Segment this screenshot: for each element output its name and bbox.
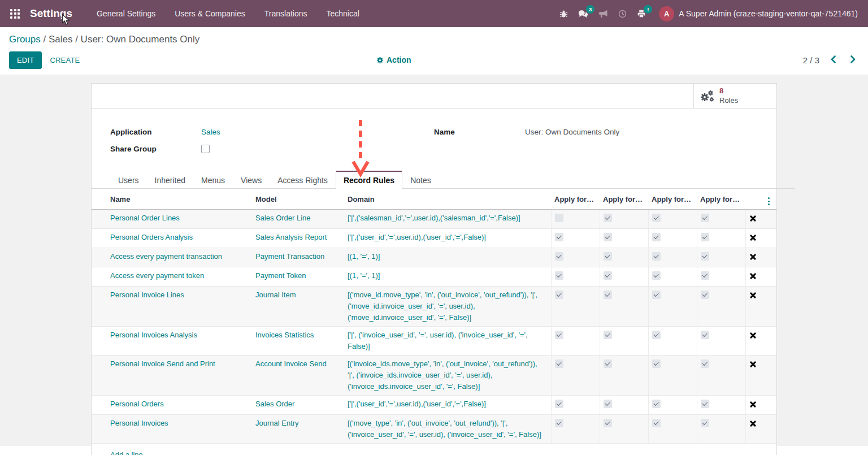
apply-for-checkbox[interactable] bbox=[652, 233, 661, 241]
activities-clock-icon[interactable] bbox=[613, 6, 632, 21]
rule-model-cell[interactable]: Sales Order bbox=[255, 396, 348, 415]
rule-name-cell[interactable]: Personal Invoices bbox=[92, 415, 255, 444]
apply-for-checkbox[interactable] bbox=[652, 214, 661, 222]
rule-domain-cell[interactable]: ['|',('salesman_id','=',user.id),('sales… bbox=[348, 210, 551, 229]
announcement-icon[interactable] bbox=[593, 6, 613, 21]
apply-for-checkbox[interactable] bbox=[701, 271, 709, 280]
rule-name-cell[interactable]: Personal Invoice Send and Print bbox=[92, 356, 255, 396]
record-rule-row[interactable]: Personal Invoices Journal Entry [('move_… bbox=[92, 415, 776, 444]
apply-for-checkbox[interactable] bbox=[652, 331, 661, 339]
apply-for-checkbox[interactable] bbox=[701, 252, 709, 261]
apply-for-checkbox[interactable] bbox=[604, 271, 612, 280]
apply-for-checkbox[interactable] bbox=[652, 271, 661, 280]
apply-for-checkbox[interactable] bbox=[701, 419, 709, 427]
action-button[interactable]: Action bbox=[376, 55, 411, 64]
apply-for-checkbox[interactable] bbox=[652, 252, 661, 261]
rule-model-cell[interactable]: Journal Entry bbox=[255, 415, 348, 444]
apply-for-checkbox[interactable] bbox=[604, 400, 612, 408]
apply-for-checkbox[interactable] bbox=[701, 359, 709, 368]
rule-domain-cell[interactable]: [('move_id.move_type', 'in', ('out_invoi… bbox=[348, 287, 551, 327]
rule-model-cell[interactable]: Payment Token bbox=[255, 267, 348, 287]
rule-domain-cell[interactable]: [(1, '=', 1)] bbox=[348, 267, 551, 287]
tab-inherited[interactable]: Inherited bbox=[147, 171, 193, 189]
apply-for-checkbox[interactable] bbox=[555, 359, 563, 368]
rule-name-cell[interactable]: Personal Invoice Lines bbox=[92, 287, 255, 327]
nav-menu-users-companies[interactable]: Users & Companies bbox=[165, 1, 255, 26]
tab-users[interactable]: Users bbox=[110, 171, 147, 189]
rule-model-cell[interactable]: Sales Order Line bbox=[255, 210, 348, 229]
delete-row-icon[interactable] bbox=[749, 332, 757, 339]
apply-for-checkbox[interactable] bbox=[555, 214, 563, 222]
rule-domain-cell[interactable]: [(1, '=', 1)] bbox=[348, 248, 551, 267]
delete-row-icon[interactable] bbox=[749, 361, 757, 368]
tab-notes[interactable]: Notes bbox=[402, 171, 439, 189]
rule-name-cell[interactable]: Access every payment token bbox=[92, 267, 255, 287]
app-name[interactable]: Settings bbox=[30, 7, 72, 19]
optional-columns-icon[interactable] bbox=[766, 197, 772, 206]
printing-icon[interactable]: ! bbox=[632, 6, 651, 21]
delete-row-icon[interactable] bbox=[749, 401, 757, 408]
tab-record-rules[interactable]: Record Rules bbox=[336, 171, 402, 189]
create-button[interactable]: CREATE bbox=[42, 52, 88, 68]
rule-model-cell[interactable]: Account Invoice Send bbox=[255, 356, 348, 396]
rule-domain-cell[interactable]: [('invoice_ids.move_type', 'in', ('out_i… bbox=[348, 356, 551, 396]
rule-name-cell[interactable]: Access every payment transaction bbox=[92, 248, 255, 267]
rule-name-cell[interactable]: Personal Order Lines bbox=[92, 210, 255, 229]
apply-for-checkbox[interactable] bbox=[701, 291, 709, 299]
pager-value[interactable]: 2 / 3 bbox=[803, 55, 819, 65]
apply-for-checkbox[interactable] bbox=[604, 359, 612, 368]
apply-for-checkbox[interactable] bbox=[604, 233, 612, 241]
tab-access-rights[interactable]: Access Rights bbox=[270, 171, 336, 189]
apply-for-checkbox[interactable] bbox=[604, 419, 612, 427]
rule-model-cell[interactable]: Payment Transaction bbox=[255, 248, 348, 267]
rule-name-cell[interactable]: Personal Orders Analysis bbox=[92, 229, 255, 248]
share-group-checkbox[interactable] bbox=[201, 145, 210, 153]
bug-icon[interactable] bbox=[554, 6, 573, 21]
apply-for-checkbox[interactable] bbox=[652, 291, 661, 299]
apply-for-checkbox[interactable] bbox=[604, 291, 612, 299]
application-value-link[interactable]: Sales bbox=[201, 128, 220, 136]
apply-for-checkbox[interactable] bbox=[652, 419, 661, 427]
apply-for-checkbox[interactable] bbox=[701, 233, 709, 241]
breadcrumb-groups-link[interactable]: Groups bbox=[9, 34, 41, 45]
record-rule-row[interactable]: Personal Orders Analysis Sales Analysis … bbox=[92, 229, 776, 248]
pager-previous-icon[interactable] bbox=[827, 54, 839, 66]
delete-row-icon[interactable] bbox=[749, 272, 757, 280]
apply-for-checkbox[interactable] bbox=[555, 271, 563, 280]
apply-for-checkbox[interactable] bbox=[652, 400, 661, 408]
apply-for-checkbox[interactable] bbox=[555, 252, 563, 261]
nav-menu-general-settings[interactable]: General Settings bbox=[87, 1, 165, 26]
delete-row-icon[interactable] bbox=[749, 292, 757, 299]
messages-icon[interactable]: 3 bbox=[573, 6, 593, 21]
rule-domain-cell[interactable]: ['|',('user_id','=',user.id),('user_id',… bbox=[348, 396, 551, 415]
apply-for-checkbox[interactable] bbox=[652, 359, 661, 368]
tab-menus[interactable]: Menus bbox=[193, 171, 233, 189]
rule-model-cell[interactable]: Invoices Statistics bbox=[255, 327, 348, 356]
record-rule-row[interactable]: Personal Invoices Analysis Invoices Stat… bbox=[92, 327, 776, 356]
apply-for-checkbox[interactable] bbox=[555, 291, 563, 299]
apply-for-checkbox[interactable] bbox=[604, 214, 612, 222]
apps-menu-icon[interactable] bbox=[7, 6, 23, 22]
apply-for-checkbox[interactable] bbox=[701, 214, 709, 222]
rule-domain-cell[interactable]: ['|',('user_id','=',user.id),('user_id',… bbox=[348, 229, 551, 248]
apply-for-checkbox[interactable] bbox=[701, 331, 709, 339]
apply-for-checkbox[interactable] bbox=[555, 331, 563, 339]
rule-domain-cell[interactable]: ['|', ('invoice_user_id', '=', user.id),… bbox=[348, 327, 551, 356]
pager-next-icon[interactable] bbox=[847, 54, 859, 66]
nav-menu-translations[interactable]: Translations bbox=[255, 1, 317, 26]
record-rule-row[interactable]: Personal Invoice Lines Journal Item [('m… bbox=[92, 287, 776, 327]
roles-stat-button[interactable]: 8 Roles bbox=[693, 84, 776, 108]
apply-for-checkbox[interactable] bbox=[555, 233, 563, 241]
apply-for-checkbox[interactable] bbox=[555, 400, 563, 408]
apply-for-checkbox[interactable] bbox=[604, 252, 612, 261]
record-rule-row[interactable]: Access every payment transaction Payment… bbox=[92, 248, 776, 267]
delete-row-icon[interactable] bbox=[749, 215, 757, 222]
delete-row-icon[interactable] bbox=[749, 420, 757, 427]
rule-model-cell[interactable]: Sales Analysis Report bbox=[255, 229, 348, 248]
record-rule-row[interactable]: Personal Invoice Send and Print Account … bbox=[92, 356, 776, 396]
delete-row-icon[interactable] bbox=[749, 234, 757, 241]
edit-button[interactable]: EDIT bbox=[9, 51, 42, 69]
delete-row-icon[interactable] bbox=[749, 253, 757, 261]
record-rule-row[interactable]: Personal Orders Sales Order ['|',('user_… bbox=[92, 396, 776, 415]
rule-domain-cell[interactable]: [('move_type', 'in', ('out_invoice', 'ou… bbox=[348, 415, 551, 444]
